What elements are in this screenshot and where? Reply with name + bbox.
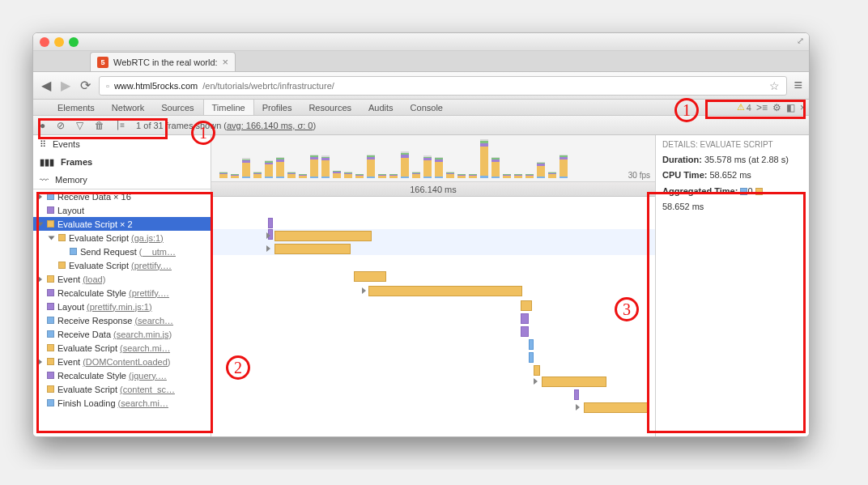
frame-bar[interactable] — [219, 172, 228, 178]
record-row[interactable]: Evaluate Script (ga.js:1) — [33, 231, 211, 245]
frame-bar[interactable] — [310, 155, 318, 178]
flame-bar[interactable] — [529, 339, 534, 350]
frame-bar[interactable] — [514, 174, 522, 178]
frame-bar[interactable] — [525, 174, 534, 178]
devtools-tab-audits[interactable]: Audits — [360, 100, 402, 115]
clear-icon[interactable]: ⊘ — [57, 120, 65, 131]
dock-side-icon[interactable]: ◧ — [786, 102, 795, 113]
flame-bar[interactable] — [521, 313, 529, 324]
console-drawer-icon[interactable]: >≡ — [756, 102, 768, 113]
record-row[interactable]: Receive Response (search… — [33, 313, 211, 327]
bookmark-icon[interactable]: ☆ — [769, 79, 780, 92]
expand-triangle-icon[interactable] — [362, 287, 366, 294]
view-events[interactable]: ⠿Events — [33, 135, 211, 153]
flame-bar[interactable] — [574, 389, 579, 400]
frame-bar[interactable] — [469, 174, 477, 178]
flame-chart-icon[interactable]: ⎮≡ — [116, 121, 125, 130]
record-row[interactable]: Send Request (__utm… — [33, 245, 211, 258]
nav-back-icon[interactable]: ◀ — [40, 78, 53, 93]
frame-bar[interactable] — [287, 172, 296, 178]
window-expand-icon[interactable]: ⤢ — [797, 36, 804, 46]
flame-bar[interactable] — [534, 365, 540, 376]
frame-bar[interactable] — [231, 174, 239, 178]
record-row[interactable]: Receive Data (search.min.js) — [33, 327, 211, 341]
frame-bar[interactable] — [503, 174, 511, 178]
flame-bar[interactable] — [584, 402, 649, 413]
flame-bar[interactable] — [542, 377, 606, 387]
frame-bar[interactable] — [480, 139, 488, 178]
reload-icon[interactable]: ⟳ — [79, 78, 92, 93]
flame-bar[interactable] — [274, 231, 372, 241]
record-row[interactable]: Finish Loading (search.mi… — [33, 396, 211, 410]
frame-bar[interactable] — [446, 172, 454, 178]
frame-bar[interactable] — [401, 151, 409, 178]
devtools-tab-resources[interactable]: Resources — [300, 100, 360, 115]
frame-bar[interactable] — [537, 162, 545, 178]
frame-bar[interactable] — [560, 155, 568, 178]
devtools-close-icon[interactable]: × — [800, 102, 806, 113]
flame-bar[interactable] — [521, 326, 529, 337]
record-row[interactable]: Event (load) — [33, 272, 211, 286]
address-bar[interactable]: ▫ www.html5rocks.com/en/tutorials/webrtc… — [99, 76, 787, 96]
frame-bar[interactable] — [355, 174, 364, 178]
flame-chart[interactable] — [211, 197, 655, 436]
frame-bar[interactable] — [344, 172, 352, 178]
record-row[interactable]: Evaluate Script × 2 — [33, 217, 211, 231]
record-row[interactable]: Receive Data × 16 — [33, 189, 211, 203]
window-minimize-icon[interactable] — [54, 37, 64, 47]
expand-triangle-icon[interactable] — [266, 232, 270, 239]
view-frames[interactable]: ▮▮▮Frames — [33, 153, 211, 171]
frame-bar[interactable] — [265, 160, 273, 178]
frame-bar[interactable] — [423, 155, 432, 178]
devtools-tab-network[interactable]: Network — [104, 100, 153, 115]
flame-bar[interactable] — [354, 271, 386, 282]
window-zoom-icon[interactable] — [69, 37, 79, 47]
browser-tab[interactable]: 5 WebRTC in the real world: × — [90, 52, 236, 71]
disclosure-triangle-icon[interactable] — [38, 194, 42, 200]
flame-bar[interactable] — [368, 286, 522, 296]
record-row[interactable]: Evaluate Script (search.mi… — [33, 341, 211, 355]
devtools-tab-sources[interactable]: Sources — [153, 100, 202, 115]
frame-bar[interactable] — [253, 172, 262, 178]
record-icon[interactable]: ● — [40, 120, 45, 131]
devtools-tab-timeline[interactable]: Timeline — [203, 100, 254, 115]
flame-bar[interactable] — [521, 300, 532, 311]
flame-bar[interactable] — [529, 352, 534, 363]
nav-forward-icon[interactable]: ▶ — [59, 78, 72, 93]
frame-bar[interactable] — [367, 155, 375, 178]
flame-bar[interactable] — [268, 218, 273, 228]
settings-gear-icon[interactable]: ⚙ — [772, 102, 781, 113]
frame-bar[interactable] — [378, 174, 386, 178]
record-row[interactable]: Evaluate Script (content_sc… — [33, 382, 211, 396]
window-close-icon[interactable] — [40, 37, 49, 47]
frames-overview[interactable]: 30 fps — [211, 135, 655, 182]
tab-close-icon[interactable]: × — [223, 56, 229, 68]
frame-bar[interactable] — [299, 174, 307, 178]
devtools-tab-elements[interactable]: Elements — [49, 100, 104, 115]
frame-bar[interactable] — [321, 155, 330, 178]
warning-counter[interactable]: ⚠4 — [737, 102, 751, 113]
record-row[interactable]: Recalculate Style (jquery.… — [33, 368, 211, 382]
frame-bar[interactable] — [333, 171, 341, 178]
record-row[interactable]: Layout (prettify.min.js:1) — [33, 300, 211, 313]
devtools-tab-profiles[interactable]: Profiles — [254, 100, 301, 115]
expand-triangle-icon[interactable] — [266, 245, 270, 252]
expand-triangle-icon[interactable] — [534, 378, 538, 385]
frame-bar[interactable] — [412, 172, 420, 178]
expand-triangle-icon[interactable] — [576, 404, 580, 411]
chrome-menu-icon[interactable]: ≡ — [794, 77, 802, 94]
disclosure-triangle-icon[interactable] — [38, 276, 42, 283]
garbage-collect-icon[interactable]: 🗑 — [95, 120, 104, 131]
frame-bar[interactable] — [242, 158, 250, 178]
frame-bar[interactable] — [491, 157, 500, 178]
frame-bar[interactable] — [276, 157, 284, 178]
view-memory[interactable]: 〰Memory — [33, 171, 211, 189]
record-row[interactable]: Evaluate Script (prettify.… — [33, 258, 211, 272]
frame-bar[interactable] — [435, 157, 443, 178]
frame-bar[interactable] — [548, 172, 556, 178]
frame-bar[interactable] — [389, 174, 398, 178]
record-row[interactable]: Event (DOMContentLoaded) — [33, 355, 211, 368]
record-row[interactable]: Layout — [33, 203, 211, 217]
disclosure-triangle-icon[interactable] — [38, 359, 42, 365]
disclosure-triangle-icon[interactable] — [37, 222, 44, 226]
